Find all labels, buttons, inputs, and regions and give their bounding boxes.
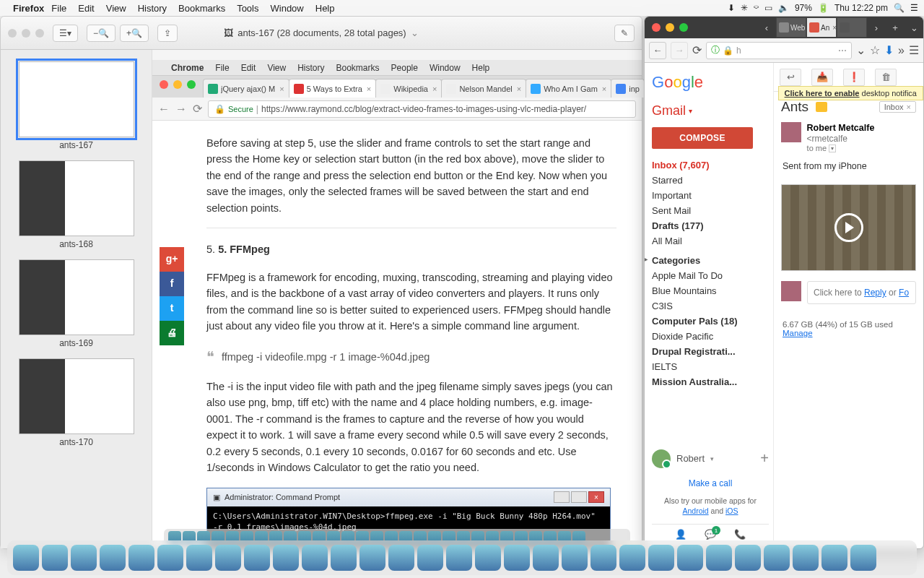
nav-important[interactable]: Important bbox=[652, 188, 769, 203]
markup-button[interactable]: ✎ bbox=[614, 25, 635, 42]
zoom-in-button[interactable]: +🔍 bbox=[120, 25, 149, 42]
dock-app-icon[interactable] bbox=[157, 545, 183, 571]
spam-button[interactable]: ❗ bbox=[843, 69, 865, 86]
folder-icon[interactable] bbox=[816, 102, 827, 112]
hamburger-menu-icon[interactable]: ☰ bbox=[909, 43, 919, 57]
menu-bookmarks[interactable]: Bookmarks bbox=[178, 3, 225, 14]
firefox-tab[interactable] bbox=[837, 17, 867, 38]
macos-dock[interactable] bbox=[7, 540, 917, 575]
nav-drafts[interactable]: Drafts (177) bbox=[652, 218, 769, 233]
active-app-name[interactable]: Firefox bbox=[13, 3, 44, 14]
dock-app-icon[interactable] bbox=[331, 545, 357, 571]
dock-app-icon[interactable] bbox=[446, 545, 472, 571]
pocket-icon[interactable]: ⌄ bbox=[856, 43, 866, 57]
phone-tab-icon[interactable]: 📞 bbox=[734, 529, 746, 540]
dock-app-icon[interactable] bbox=[735, 545, 761, 571]
preview-traffic-lights[interactable] bbox=[8, 29, 44, 38]
nav-allmail[interactable]: All Mail bbox=[652, 233, 769, 249]
avast-icon[interactable]: ✳ bbox=[741, 3, 748, 13]
nav-label[interactable]: Computer Pals (18) bbox=[652, 314, 769, 329]
dock-app-icon[interactable] bbox=[100, 545, 126, 571]
nav-label[interactable]: IELTS bbox=[652, 359, 769, 374]
dock-app-icon[interactable] bbox=[821, 545, 847, 571]
download-status-icon[interactable]: ⬇ bbox=[728, 3, 735, 13]
android-link[interactable]: Android bbox=[682, 506, 708, 515]
reply-link[interactable]: Reply bbox=[864, 288, 886, 298]
thumbnail-3[interactable] bbox=[19, 259, 134, 335]
spotlight-icon[interactable]: 🔍 bbox=[894, 3, 905, 13]
nav-sent[interactable]: Sent Mail bbox=[652, 203, 769, 218]
display-icon[interactable]: ▭ bbox=[764, 3, 772, 13]
reload-button[interactable]: ⟳ bbox=[692, 43, 702, 57]
dock-app-icon[interactable] bbox=[504, 545, 530, 571]
menu-history[interactable]: History bbox=[138, 3, 167, 14]
desktop-notification-bar[interactable]: Click here to enable desktop notifica bbox=[778, 86, 923, 100]
nav-starred[interactable]: Starred bbox=[652, 173, 769, 188]
wifi-icon[interactable]: ⌔ bbox=[754, 3, 759, 13]
contacts-tab-icon[interactable]: 👤 bbox=[675, 529, 687, 540]
dock-app-icon[interactable] bbox=[302, 545, 328, 571]
gmail-brand[interactable]: Gmail▾ bbox=[652, 103, 769, 118]
add-contact-icon[interactable]: + bbox=[760, 450, 769, 467]
dock-app-icon[interactable] bbox=[273, 545, 299, 571]
dock-app-icon[interactable] bbox=[417, 545, 443, 571]
title-dropdown-icon[interactable]: ⌄ bbox=[411, 27, 419, 38]
nav-categories[interactable]: Categories bbox=[652, 253, 769, 268]
play-icon[interactable] bbox=[834, 213, 863, 242]
nav-inbox[interactable]: Inbox (7,607) bbox=[652, 158, 769, 173]
nav-label[interactable]: Mission Australia... bbox=[652, 374, 769, 389]
dock-app-icon[interactable] bbox=[648, 545, 674, 571]
tab-scroll-right-icon[interactable]: › bbox=[867, 22, 886, 33]
forward-link[interactable]: Fo bbox=[899, 288, 909, 298]
dock-app-icon[interactable] bbox=[590, 545, 616, 571]
thumbnail-2[interactable] bbox=[19, 160, 134, 236]
details-toggle-icon[interactable]: ▾ bbox=[829, 144, 836, 152]
firefox-address-bar[interactable]: ⓘ 🔒 h ⋯ bbox=[706, 42, 852, 59]
dock-app-icon[interactable] bbox=[359, 545, 385, 571]
new-tab-button[interactable]: + bbox=[886, 22, 905, 33]
dock-app-icon[interactable] bbox=[215, 545, 241, 571]
tab-scroll-left-icon[interactable]: ‹ bbox=[757, 22, 776, 33]
dock-app-icon[interactable] bbox=[475, 545, 501, 571]
thumbnail-1[interactable] bbox=[19, 61, 134, 137]
dock-app-icon[interactable] bbox=[850, 545, 876, 571]
nav-label[interactable]: Dioxide Pacific bbox=[652, 329, 769, 344]
dock-app-icon[interactable] bbox=[128, 545, 154, 571]
thumbnail-4[interactable] bbox=[19, 358, 134, 434]
nav-label[interactable]: Blue Mountains bbox=[652, 283, 769, 298]
notification-center-icon[interactable]: ☰ bbox=[910, 3, 918, 13]
dock-app-icon[interactable] bbox=[186, 545, 212, 571]
clock[interactable]: Thu 12:22 pm bbox=[834, 3, 888, 13]
ios-link[interactable]: iOS bbox=[725, 506, 738, 515]
video-attachment[interactable] bbox=[781, 184, 916, 271]
make-a-call-link[interactable]: Make a call bbox=[652, 474, 769, 493]
overflow-icon[interactable]: » bbox=[898, 44, 905, 57]
dock-app-icon[interactable] bbox=[244, 545, 270, 571]
menu-tools[interactable]: Tools bbox=[237, 3, 258, 14]
menu-file[interactable]: File bbox=[51, 3, 66, 14]
site-info-icon[interactable]: ⓘ bbox=[711, 44, 720, 56]
dock-app-icon[interactable] bbox=[13, 545, 39, 571]
manage-storage-link[interactable]: Manage bbox=[783, 329, 813, 337]
nav-label[interactable]: Drupal Registrati... bbox=[652, 344, 769, 359]
menu-edit[interactable]: Edit bbox=[78, 3, 94, 14]
tab-menu-icon[interactable]: ⌄ bbox=[905, 22, 923, 33]
firefox-traffic-lights[interactable] bbox=[652, 23, 688, 32]
nav-label[interactable]: C3IS bbox=[652, 298, 769, 314]
dock-app-icon[interactable] bbox=[706, 545, 732, 571]
back-to-inbox-button[interactable]: ↩ bbox=[780, 69, 801, 86]
menu-help[interactable]: Help bbox=[315, 3, 335, 14]
downloads-icon[interactable]: ⬇ bbox=[884, 43, 894, 57]
dock-app-icon[interactable] bbox=[764, 545, 790, 571]
firefox-tab[interactable]: WebH bbox=[776, 17, 806, 38]
dock-app-icon[interactable] bbox=[388, 545, 414, 571]
dock-app-icon[interactable] bbox=[562, 545, 588, 571]
nav-label[interactable]: Apple Mail To Do bbox=[652, 268, 769, 283]
battery-icon[interactable]: 🔋 bbox=[818, 3, 829, 13]
menu-view[interactable]: View bbox=[106, 3, 126, 14]
dock-app-icon[interactable] bbox=[42, 545, 68, 571]
inbox-label[interactable]: Inbox× bbox=[879, 101, 916, 113]
share-button[interactable]: ⇪ bbox=[157, 25, 178, 42]
google-logo[interactable]: Google bbox=[652, 69, 769, 99]
back-button[interactable]: ← bbox=[649, 42, 666, 59]
